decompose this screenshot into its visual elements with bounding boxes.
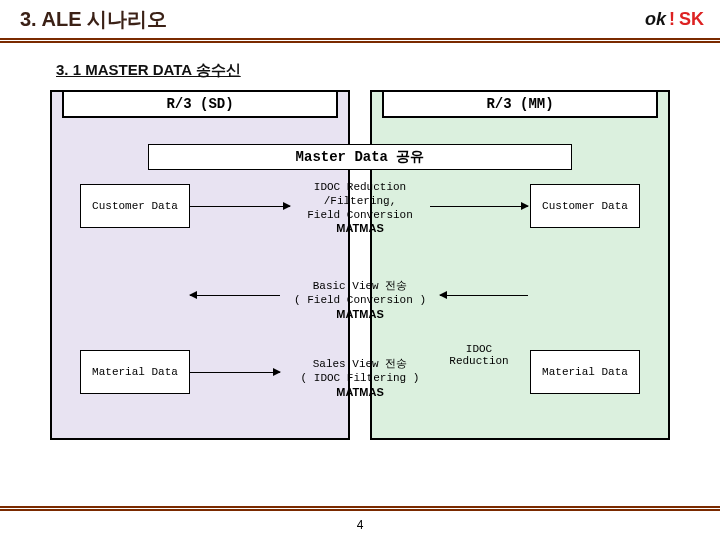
proc1-line2: /Filtering, <box>295 195 425 209</box>
process-customer-flow: IDOC Reduction /Filtering, Field Convers… <box>295 181 425 236</box>
footer-line-1 <box>0 506 720 508</box>
proc3-line2: ( IDOC Filtering ) <box>282 372 438 386</box>
proc1-matmas: MATMAS <box>295 222 425 236</box>
material-data-right: Material Data <box>530 350 640 394</box>
material-data-left: Material Data <box>80 350 190 394</box>
section-subtitle: 3. 1 MASTER DATA 송수신 <box>56 61 720 80</box>
proc2-matmas: MATMAS <box>282 308 438 322</box>
logo: ok! SK <box>645 9 704 30</box>
customer-data-right: Customer Data <box>530 184 640 228</box>
process-sales-view: Sales View 전송 ( IDOC Filtering ) MATMAS <box>282 358 438 399</box>
customer-data-left: Customer Data <box>80 184 190 228</box>
footer-line-2 <box>0 509 720 511</box>
arrow-sales-view <box>190 372 280 373</box>
proc2-line2: ( Field Conversion ) <box>282 294 438 308</box>
arrow-cust-to-proc <box>190 206 290 207</box>
page-title: 3. ALE 시나리오 <box>20 6 167 33</box>
proc3-line1: Sales View 전송 <box>282 358 438 372</box>
logo-sk-text: SK <box>679 9 704 30</box>
logo-bang-icon: ! <box>669 9 675 30</box>
slide-header: 3. ALE 시나리오 ok! SK <box>0 0 720 40</box>
arrow-basic-view-left <box>190 295 280 296</box>
panel-mm-header: R/3 (MM) <box>382 90 658 118</box>
page-number: 4 <box>0 518 720 532</box>
header-underline <box>0 41 720 43</box>
proc1-line3: Field Conversion <box>295 209 425 223</box>
proc3-matmas: MATMAS <box>282 386 438 400</box>
process-basic-view: Basic View 전송 ( Field Conversion ) MATMA… <box>282 280 438 321</box>
arrow-basic-view-right <box>440 295 528 296</box>
proc1-line1: IDOC Reduction <box>295 181 425 195</box>
logo-ok-text: ok <box>645 9 666 30</box>
panel-sd-header: R/3 (SD) <box>62 90 338 118</box>
idoc-reduction-label: IDOC Reduction <box>434 343 524 367</box>
arrow-proc-to-cust-right <box>430 206 528 207</box>
ale-diagram: R/3 (SD) R/3 (MM) Master Data 공유 Custome… <box>50 90 670 444</box>
master-data-share-label: Master Data 공유 <box>148 144 572 170</box>
proc2-line1: Basic View 전송 <box>282 280 438 294</box>
